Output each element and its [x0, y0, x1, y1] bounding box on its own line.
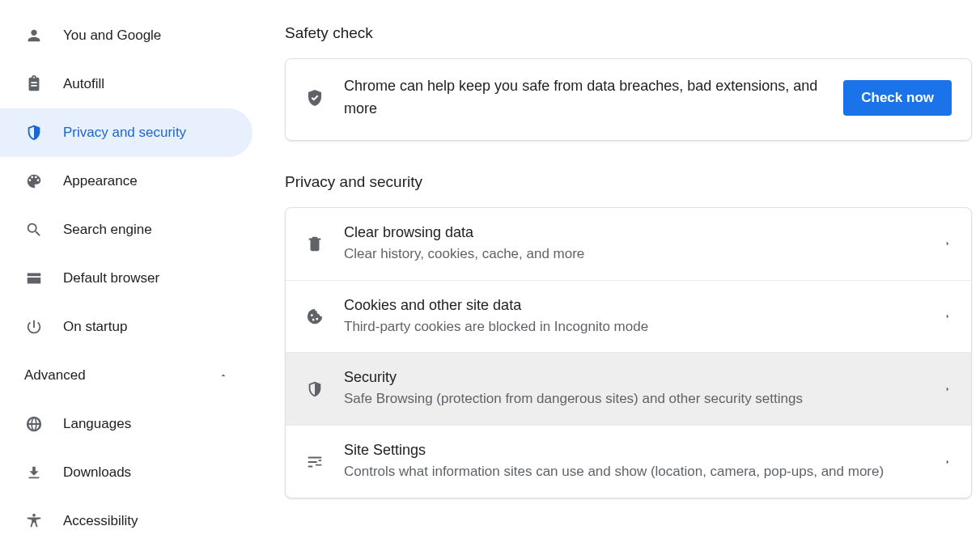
sidebar-item-on-startup[interactable]: On startup [0, 303, 252, 351]
privacy-section-title: Privacy and security [285, 173, 972, 191]
person-icon [24, 26, 44, 45]
accessibility-icon [24, 511, 44, 531]
sidebar-item-search-engine[interactable]: Search engine [0, 206, 252, 254]
palette-icon [24, 172, 44, 191]
chevron-right-icon [944, 385, 952, 393]
sidebar-advanced-toggle[interactable]: Advanced [0, 351, 252, 400]
sidebar-item-accessibility[interactable]: Accessibility [0, 497, 252, 545]
row-subtitle: Controls what information sites can use … [344, 462, 944, 481]
cookie-icon [305, 307, 325, 325]
sidebar-item-label: Languages [63, 416, 131, 432]
main-content: Safety check Chrome can help keep you sa… [252, 0, 980, 547]
download-icon [24, 463, 44, 482]
search-icon [24, 220, 44, 240]
privacy-list: Clear browsing dataClear history, cookie… [285, 207, 972, 498]
power-icon [24, 317, 44, 337]
sidebar-item-label: Default browser [63, 270, 159, 286]
sidebar-item-label: Downloads [63, 464, 131, 481]
shield-icon [24, 123, 44, 142]
clipboard-icon [24, 74, 44, 94]
safety-check-title: Safety check [285, 24, 972, 42]
row-site-settings[interactable]: Site SettingsControls what information s… [286, 425, 971, 498]
sidebar-item-label: On startup [63, 319, 127, 335]
globe-icon [24, 414, 44, 434]
safety-check-card: Chrome can help keep you safe from data … [285, 58, 972, 141]
row-title: Cookies and other site data [344, 297, 944, 314]
row-subtitle: Third-party cookies are blocked in Incog… [344, 317, 944, 337]
row-title: Security [344, 369, 944, 386]
row-subtitle: Safe Browsing (protection from dangerous… [344, 389, 944, 409]
shield-icon [305, 380, 325, 398]
browser-icon [24, 269, 44, 288]
row-title: Site Settings [344, 442, 944, 459]
sidebar-advanced-label: Advanced [24, 367, 86, 384]
row-clear-browsing-data[interactable]: Clear browsing dataClear history, cookie… [286, 208, 971, 280]
sidebar-item-label: Autofill [63, 76, 104, 92]
sidebar-item-you-and-google[interactable]: You and Google [0, 11, 252, 60]
sidebar-item-default-browser[interactable]: Default browser [0, 254, 252, 303]
chevron-up-icon [218, 371, 228, 380]
chevron-right-icon [944, 240, 952, 248]
safety-check-description: Chrome can help keep you safe from data … [344, 75, 843, 121]
row-cookies[interactable]: Cookies and other site dataThird-party c… [286, 280, 971, 353]
row-security[interactable]: SecuritySafe Browsing (protection from d… [286, 352, 971, 425]
shield-check-icon [305, 88, 325, 108]
tune-icon [305, 453, 325, 471]
sidebar-item-downloads[interactable]: Downloads [0, 448, 252, 497]
sidebar-item-label: Privacy and security [63, 125, 186, 141]
check-now-button[interactable]: Check now [843, 80, 952, 116]
sidebar-item-label: Accessibility [63, 513, 138, 529]
sidebar-item-label: You and Google [63, 28, 161, 44]
sidebar-item-appearance[interactable]: Appearance [0, 157, 252, 206]
sidebar-item-languages[interactable]: Languages [0, 400, 252, 448]
trash-icon [305, 235, 325, 252]
sidebar-item-autofill[interactable]: Autofill [0, 60, 252, 108]
chevron-right-icon [944, 458, 952, 466]
sidebar: You and GoogleAutofillPrivacy and securi… [0, 0, 252, 547]
row-subtitle: Clear history, cookies, cache, and more [344, 244, 944, 264]
sidebar-item-label: Search engine [63, 222, 152, 238]
row-title: Clear browsing data [344, 224, 944, 241]
sidebar-item-label: Appearance [63, 173, 138, 189]
sidebar-item-privacy-security[interactable]: Privacy and security [0, 108, 252, 157]
chevron-right-icon [944, 312, 952, 320]
